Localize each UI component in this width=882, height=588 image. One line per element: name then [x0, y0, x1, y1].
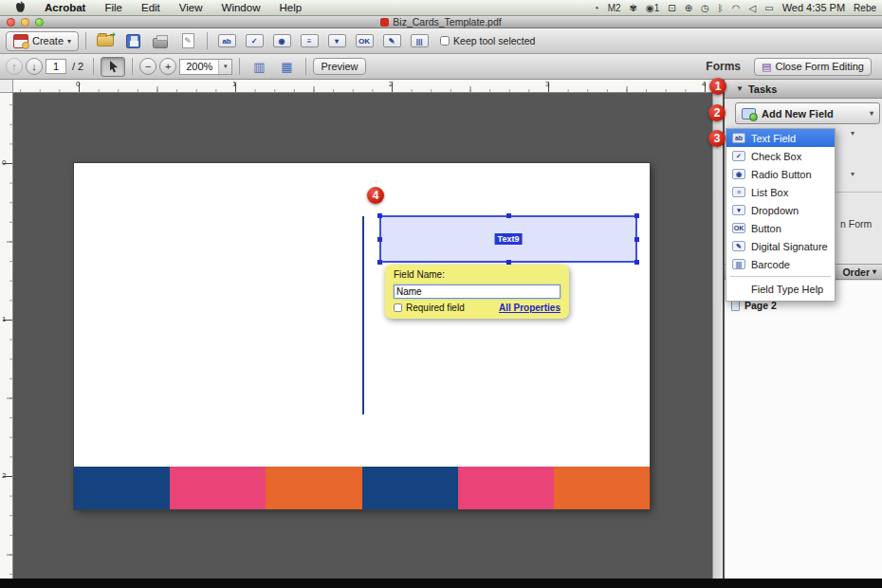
- chevron-down-icon[interactable]: ▾: [851, 129, 854, 138]
- selected-text-field[interactable]: Text9: [379, 215, 637, 263]
- resize-handle[interactable]: [377, 260, 382, 265]
- notification-count-icon[interactable]: ◉1: [646, 3, 659, 13]
- chevron-down-icon[interactable]: ▾: [851, 170, 854, 178]
- form-icon: ▤: [762, 61, 771, 73]
- tasks-panel-header[interactable]: ▼ Tasks: [725, 80, 882, 99]
- radio-button-tool-button[interactable]: ◉: [269, 31, 294, 51]
- field-name-label: Field Name:: [394, 269, 560, 280]
- zoom-caret-icon[interactable]: ▾: [218, 60, 231, 74]
- edit-document-button[interactable]: ✎: [175, 31, 200, 51]
- fit-page-button[interactable]: ▦: [274, 57, 299, 77]
- ok-button-icon: OK: [356, 34, 374, 47]
- page-number-input[interactable]: [46, 59, 66, 74]
- menu-item-dropdown[interactable]: ▾ Dropdown: [726, 201, 835, 219]
- menu-item-check-box[interactable]: ✓ Check Box: [726, 147, 835, 165]
- macos-menu-bar: Acrobat File Edit View Window Help ◔ M2 …: [0, 0, 882, 16]
- keep-tool-selected-row: Keep tool selected: [440, 35, 535, 46]
- airplay-icon[interactable]: ⊡: [668, 3, 675, 13]
- open-folder-icon: [97, 35, 114, 46]
- zoom-in-button[interactable]: +: [159, 58, 176, 75]
- clock-icon[interactable]: ◷: [701, 3, 709, 13]
- menu-bar-user[interactable]: Rebe: [854, 3, 876, 13]
- previous-page-button[interactable]: ↑: [6, 58, 23, 75]
- apple-menu-icon[interactable]: [6, 1, 35, 15]
- next-page-button[interactable]: ↓: [26, 58, 43, 75]
- menu-item-text-field[interactable]: ab Text Field: [726, 129, 835, 147]
- print-button[interactable]: [148, 31, 173, 51]
- save-floppy-icon: [126, 34, 140, 48]
- step-badge-3: 3: [708, 130, 726, 147]
- step-badge-4: 4: [367, 187, 384, 204]
- battery-icon[interactable]: ▭: [764, 3, 773, 13]
- radio-button-icon: ◉: [273, 34, 291, 47]
- scrolling-mode-button[interactable]: ▥: [247, 57, 271, 77]
- resize-handle[interactable]: [377, 213, 382, 218]
- scrolling-mode-icon: ▥: [253, 60, 265, 74]
- menu-separator: [730, 276, 831, 277]
- check-box-tool-button[interactable]: ✓: [242, 31, 266, 51]
- menu-file[interactable]: File: [95, 2, 132, 13]
- digital-signature-tool-button[interactable]: ✎: [379, 31, 404, 51]
- list-box-icon: ≡: [301, 34, 319, 47]
- menu-item-button[interactable]: OK Button: [726, 219, 835, 237]
- list-box-tool-button[interactable]: ≡: [297, 31, 322, 51]
- menu-item-list-box[interactable]: ≡ List Box: [726, 183, 835, 201]
- ruler-mark: 1: [2, 315, 6, 323]
- toolbar-separator: [305, 58, 306, 75]
- menu-view[interactable]: View: [170, 2, 212, 13]
- save-file-button[interactable]: [120, 31, 145, 51]
- preview-button[interactable]: Preview: [313, 58, 365, 75]
- wifi-icon[interactable]: ◠: [732, 3, 741, 13]
- menu-item-digital-signature[interactable]: ✎ Digital Signature: [726, 237, 835, 255]
- field-name-popup: Field Name: Required field All Propertie…: [385, 265, 569, 319]
- partially-hidden-form-task-label[interactable]: n Form: [840, 218, 872, 230]
- app-m2-icon[interactable]: M2: [608, 3, 621, 13]
- menu-bar-clock[interactable]: Wed 4:35 PM: [782, 2, 845, 13]
- radio-button-icon: ◉: [732, 169, 745, 179]
- resize-handle[interactable]: [377, 237, 382, 242]
- ruler-mark: 3: [545, 80, 549, 88]
- page-total-label: / 2: [69, 61, 86, 72]
- keep-tool-selected-checkbox[interactable]: [440, 36, 450, 46]
- window-title-bar: Biz_Cards_Template.pdf: [0, 16, 882, 28]
- required-field-checkbox[interactable]: [394, 303, 402, 312]
- zoom-out-button[interactable]: −: [139, 58, 156, 75]
- add-new-field-button[interactable]: Add New Field ▾: [735, 102, 880, 124]
- menu-acrobat[interactable]: Acrobat: [35, 2, 95, 13]
- field-name-highlighted[interactable]: Text9: [495, 233, 523, 245]
- button-tool-button[interactable]: OK: [352, 31, 377, 51]
- resize-handle[interactable]: [634, 213, 639, 218]
- acrobat-window: Acrobat File Edit View Window Help ◔ M2 …: [0, 0, 882, 588]
- upload-icon[interactable]: ⊕: [685, 3, 692, 13]
- menu-edit[interactable]: Edit: [132, 2, 170, 13]
- bluetooth-icon[interactable]: ᛒ: [718, 3, 724, 13]
- updates-icon[interactable]: ✾: [630, 3, 637, 13]
- pdf-file-icon: [380, 18, 389, 27]
- menu-item-radio-button[interactable]: ◉ Radio Button: [726, 165, 835, 183]
- volume-icon[interactable]: ◁: [748, 3, 756, 13]
- close-form-editing-button[interactable]: ▤ Close Form Editing: [754, 58, 872, 76]
- open-file-button[interactable]: [93, 31, 118, 51]
- resize-handle[interactable]: [634, 260, 639, 265]
- zoom-level-select[interactable]: 200% ▾: [179, 59, 232, 75]
- chevron-down-icon: ▾: [873, 267, 876, 276]
- resize-handle[interactable]: [506, 213, 511, 218]
- menu-window[interactable]: Window: [212, 2, 270, 13]
- menu-item-field-type-help[interactable]: Field Type Help: [726, 280, 835, 298]
- parallels-icon[interactable]: ◔: [594, 3, 599, 13]
- dropdown-tool-button[interactable]: ▾: [324, 31, 349, 51]
- select-object-tool-button[interactable]: [101, 57, 125, 77]
- resize-handle[interactable]: [634, 237, 639, 242]
- printer-icon: [153, 38, 168, 48]
- barcode-tool-button[interactable]: |||: [407, 31, 432, 51]
- menu-help[interactable]: Help: [269, 2, 311, 13]
- create-button[interactable]: Create ▾: [6, 31, 79, 51]
- vertical-scrollbar[interactable]: [712, 80, 723, 579]
- all-properties-link[interactable]: All Properties: [499, 303, 560, 313]
- check-box-icon: ✓: [246, 34, 264, 47]
- field-name-input[interactable]: [394, 285, 560, 299]
- dropdown-icon: ▾: [328, 34, 346, 47]
- menu-item-barcode[interactable]: ||| Barcode: [726, 255, 835, 273]
- fields-list-area: [725, 281, 882, 579]
- text-field-tool-button[interactable]: ab: [214, 31, 239, 51]
